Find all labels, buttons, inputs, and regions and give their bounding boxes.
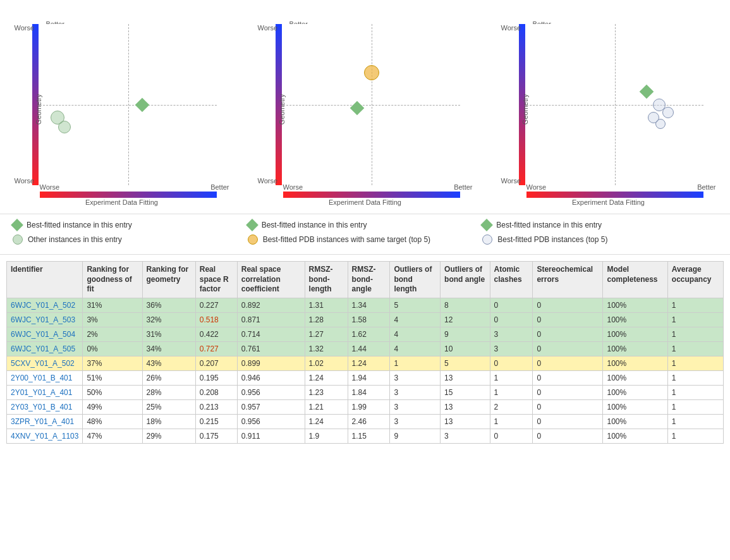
table-cell: 0.956 (237, 414, 305, 429)
table-cell: 0 (533, 429, 603, 443)
legend-group-1: Best-fitted instance in this entry Other… (13, 221, 248, 245)
legend-circle-light-3b (482, 234, 492, 245)
table-cell: 3 (441, 429, 490, 443)
chart-inner-2 (283, 24, 460, 185)
axis-x-3: Experiment Data Fitting (572, 198, 645, 206)
table-cell: 0 (490, 429, 533, 443)
table-cell: 5 (441, 356, 490, 370)
row-link[interactable]: 2Y01_Y01_A_401 (11, 388, 72, 397)
table-cell: 0.956 (237, 385, 305, 399)
row-link[interactable]: 6WJC_Y01_A_502 (11, 301, 75, 310)
table-cell: 0 (533, 414, 603, 429)
row-link[interactable]: 2Y00_Y01_B_401 (11, 374, 72, 382)
table-cell: 1 (490, 370, 533, 385)
table-cell: 26% (142, 370, 195, 385)
table-cell[interactable]: 6WJC_Y01_A_502 (7, 298, 83, 312)
table-row: 2Y01_Y01_A_40150%28%0.2080.9561.231.8431… (7, 385, 724, 399)
table-cell: 0 (533, 341, 603, 356)
table-cell: 1 (667, 385, 723, 399)
table-cell: 100% (603, 414, 667, 429)
axis-y-1: Geometry (35, 94, 42, 125)
table-cell: 100% (603, 385, 667, 399)
worse-left-bottom-3: Worse (501, 177, 521, 185)
table-cell: 0 (533, 399, 603, 414)
table-cell: 4 (390, 312, 441, 327)
table-cell: 0.946 (237, 370, 305, 385)
table-cell[interactable]: 2Y00_Y01_B_401 (7, 370, 83, 385)
table-cell[interactable]: 2Y03_Y01_B_401 (7, 399, 83, 414)
table-cell[interactable]: 6WJC_Y01_A_503 (7, 312, 83, 327)
table-cell: 2 (490, 399, 533, 414)
table-cell[interactable]: 4XNV_Y01_A_1103 (7, 429, 83, 443)
worse-left-bottom-1: Worse (15, 177, 35, 185)
h-bar-3 (526, 192, 703, 198)
axis-y-2: Geometry (278, 94, 286, 125)
table-row: 6WJC_Y01_A_5033%32%0.5180.8711.281.58412… (7, 312, 724, 327)
row-link[interactable]: 5CXV_Y01_A_502 (11, 359, 75, 368)
row-link[interactable]: 3ZPR_Y01_A_401 (11, 417, 74, 426)
table-cell: 48% (83, 414, 142, 429)
data-table: Identifier Ranking for goodness of fit R… (6, 261, 724, 444)
table-cell[interactable]: 3ZPR_Y01_A_401 (7, 414, 83, 429)
table-cell: 1.15 (348, 429, 390, 443)
table-cell: 1.62 (348, 327, 390, 341)
legend-item-3a: Best-fitted instance in this entry (482, 221, 717, 229)
table-cell: 9 (441, 327, 490, 341)
axis-x-2: Experiment Data Fitting (329, 198, 401, 206)
legend-item-1a: Best-fitted instance in this entry (13, 221, 248, 229)
table-section: Identifier Ranking for goodness of fit R… (0, 255, 730, 444)
chart-inner-1 (40, 24, 217, 185)
table-cell: 51% (83, 370, 142, 385)
table-cell[interactable]: 2Y01_Y01_A_401 (7, 385, 83, 399)
table-cell: 1 (667, 399, 723, 414)
col-rsr: Real space R factor (195, 262, 237, 298)
legend-diamond-1a (11, 219, 23, 231)
table-cell: 1.24 (348, 356, 390, 370)
table-cell: 0 (533, 356, 603, 370)
axis-x-1: Experiment Data Fitting (85, 198, 158, 206)
row-link[interactable]: 4XNV_Y01_A_1103 (11, 432, 78, 441)
table-cell: 1 (667, 298, 723, 312)
table-cell[interactable]: 5CXV_Y01_A_502 (7, 356, 83, 370)
table-cell: 0.761 (237, 341, 305, 356)
table-cell: 13 (441, 414, 490, 429)
chart-area-2: Better Worse Better Worse Worse Geometry… (258, 11, 473, 207)
chart-1: Better Worse Better Worse Worse Geometry… (0, 6, 243, 207)
table-cell: 28% (142, 385, 195, 399)
table-cell: 1.32 (305, 341, 348, 356)
table-cell: 10 (441, 341, 490, 356)
table-cell: 0% (83, 341, 142, 356)
table-cell: 2% (83, 327, 142, 341)
legend-group-2: Best-fitted instance in this entry Best-… (248, 221, 483, 245)
table-row: 2Y03_Y01_B_40149%25%0.2130.9571.211.9931… (7, 399, 724, 414)
legend-text-1b: Other instances in this entry (28, 235, 122, 244)
table-cell: 15 (441, 385, 490, 399)
legend-text-3b: Best-fitted PDB instances (top 5) (497, 235, 607, 244)
table-cell: 1.27 (305, 327, 348, 341)
better-bottom-1: Better (210, 183, 229, 191)
col-stereo: Stereochemical errors (533, 262, 603, 298)
table-cell: 1 (667, 356, 723, 370)
table-cell[interactable]: 6WJC_Y01_A_505 (7, 341, 83, 356)
table-cell: 0.215 (195, 414, 237, 429)
h-bar-1 (40, 192, 217, 198)
table-cell: 3 (390, 385, 441, 399)
table-cell[interactable]: 6WJC_Y01_A_504 (7, 327, 83, 341)
row-link[interactable]: 6WJC_Y01_A_503 (11, 315, 75, 324)
row-link[interactable]: 6WJC_Y01_A_505 (11, 344, 75, 353)
row-link[interactable]: 2Y03_Y01_B_401 (11, 403, 72, 411)
table-cell: 25% (142, 399, 195, 414)
crosshair-v-3 (615, 24, 616, 185)
table-cell: 0.213 (195, 399, 237, 414)
table-cell: 1.02 (305, 356, 348, 370)
table-cell: 0.714 (237, 327, 305, 341)
table-cell: 0 (533, 385, 603, 399)
legend-item-3b: Best-fitted PDB instances (top 5) (482, 234, 717, 245)
circle-orange-2 (364, 65, 379, 80)
table-cell: 100% (603, 312, 667, 327)
row-link[interactable]: 6WJC_Y01_A_504 (11, 330, 75, 339)
legend-diamond-3a (480, 219, 493, 231)
table-cell: 9 (390, 429, 441, 443)
charts-row: Better Worse Better Worse Worse Geometry… (0, 0, 730, 214)
table-cell: 0.727 (195, 341, 237, 356)
